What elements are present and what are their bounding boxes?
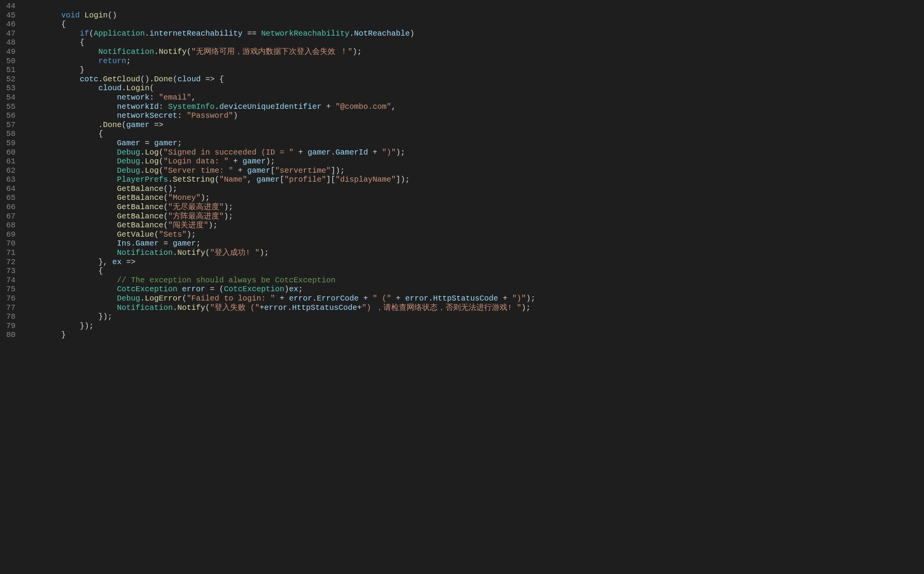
line-number[interactable]: 71 — [0, 248, 15, 258]
line-number[interactable]: 80 — [0, 330, 15, 340]
code-token — [24, 93, 117, 102]
line-number[interactable]: 44 — [0, 2, 15, 11]
line-number[interactable]: 45 — [0, 11, 15, 20]
line-number[interactable]: 59 — [0, 139, 15, 148]
code-line[interactable]: void Login() — [24, 11, 924, 20]
code-token — [24, 285, 117, 294]
line-number[interactable]: 73 — [0, 266, 15, 276]
code-token: . — [312, 294, 317, 303]
code-line[interactable]: GetValue("Sets"); — [24, 230, 924, 239]
line-number-gutter[interactable]: 4445464748495051525354555657585960616263… — [0, 0, 22, 574]
code-token: ( — [154, 230, 159, 239]
code-line[interactable]: Debug.LogError("Failed to login: " + err… — [24, 294, 924, 303]
line-number[interactable]: 57 — [0, 120, 15, 130]
line-number[interactable]: 61 — [0, 157, 15, 166]
code-token: . — [98, 75, 103, 84]
line-number[interactable]: 58 — [0, 129, 15, 139]
line-number[interactable]: 56 — [0, 111, 15, 120]
code-line[interactable]: networkSecret: "Password") — [24, 111, 924, 120]
code-line[interactable]: GetBalance("闯关进度"); — [24, 221, 924, 230]
code-line[interactable]: }); — [24, 321, 924, 331]
line-number[interactable]: 79 — [0, 321, 15, 331]
line-number[interactable]: 76 — [0, 294, 15, 303]
code-token — [80, 11, 84, 20]
line-number[interactable]: 51 — [0, 65, 15, 75]
code-line[interactable]: .Done(gamer => — [24, 120, 924, 130]
line-number[interactable]: 46 — [0, 20, 15, 29]
code-token: . — [140, 148, 145, 157]
code-token: ); — [259, 248, 269, 257]
line-number[interactable]: 65 — [0, 193, 15, 203]
code-line[interactable]: { — [24, 129, 924, 139]
line-number[interactable]: 68 — [0, 221, 15, 230]
line-number[interactable]: 55 — [0, 102, 15, 112]
code-line[interactable]: Notification.Notify("无网络可用，游戏内数据下次登入会失效 … — [24, 47, 924, 57]
line-number[interactable]: 50 — [0, 57, 15, 66]
line-number[interactable]: 69 — [0, 230, 15, 239]
code-line[interactable]: GetBalance("无尽最高进度"); — [24, 203, 924, 212]
code-token: ; — [126, 57, 131, 65]
code-line[interactable]: }, ex => — [24, 258, 924, 267]
line-number[interactable]: 66 — [0, 203, 15, 212]
code-line[interactable]: Debug.Log("Login data: " + gamer); — [24, 157, 924, 166]
line-number[interactable]: 74 — [0, 276, 15, 285]
code-line[interactable]: { — [24, 266, 924, 276]
code-token: : — [177, 111, 187, 120]
line-number[interactable]: 63 — [0, 175, 15, 184]
line-number[interactable]: 67 — [0, 212, 15, 221]
code-line[interactable]: } — [24, 330, 924, 340]
code-line[interactable]: GetBalance("Money"); — [24, 193, 924, 203]
code-line[interactable]: PlayerPrefs.SetString("Name", gamer["pro… — [24, 175, 924, 184]
code-line[interactable]: } — [24, 65, 924, 75]
code-token: Gamer — [117, 139, 140, 148]
code-line[interactable]: { — [24, 38, 924, 47]
code-token: Notify — [159, 47, 187, 56]
code-line[interactable]: Gamer = gamer; — [24, 139, 924, 148]
code-line[interactable]: Notification.Notify("登入失败 ("+error.HttpS… — [24, 303, 924, 313]
line-number[interactable]: 78 — [0, 312, 15, 321]
code-token: deviceUniqueIdentifier — [219, 102, 321, 111]
code-token: Gamer — [136, 239, 159, 248]
code-token: Debug — [117, 157, 140, 166]
line-number[interactable]: 54 — [0, 93, 15, 102]
code-line[interactable]: network: "email", — [24, 93, 924, 102]
code-line[interactable]: // The exception should always be CotcEx… — [24, 276, 924, 285]
code-line[interactable]: Notification.Notify("登入成功! "); — [24, 248, 924, 258]
code-token: if — [80, 29, 89, 38]
code-token — [24, 75, 80, 84]
code-token — [24, 139, 117, 148]
line-number[interactable]: 77 — [0, 303, 15, 313]
line-number[interactable]: 47 — [0, 29, 15, 38]
code-line[interactable]: Ins.Gamer = gamer; — [24, 239, 924, 248]
line-number[interactable]: 72 — [0, 258, 15, 267]
code-line[interactable]: return; — [24, 57, 924, 66]
line-number[interactable]: 62 — [0, 166, 15, 175]
code-line[interactable]: }); — [24, 312, 924, 321]
code-line[interactable]: Debug.Log("Server time: " + gamer["serve… — [24, 166, 924, 175]
code-line[interactable]: GetBalance(); — [24, 184, 924, 194]
code-line[interactable]: { — [24, 20, 924, 29]
code-token: GetBalance — [117, 193, 163, 202]
line-number[interactable]: 64 — [0, 184, 15, 194]
line-number[interactable]: 52 — [0, 75, 15, 84]
code-token: ); — [396, 148, 405, 157]
code-token: Done — [154, 75, 173, 84]
code-line[interactable] — [24, 2, 924, 11]
line-number[interactable]: 53 — [0, 84, 15, 93]
code-line[interactable]: CotcException error = (CotcException)ex; — [24, 285, 924, 294]
code-line[interactable]: if(Application.internetReachability == N… — [24, 29, 924, 38]
code-token: { — [24, 266, 103, 275]
code-line[interactable]: networkId: SystemInfo.deviceUniqueIdenti… — [24, 102, 924, 112]
code-token: + — [321, 102, 335, 111]
code-token: ); — [352, 47, 362, 56]
code-line[interactable]: cloud.Login( — [24, 84, 924, 93]
code-line[interactable]: Debug.Log("Signed in succeeded (ID = " +… — [24, 148, 924, 157]
code-line[interactable]: GetBalance("方阵最高进度"); — [24, 212, 924, 221]
code-content-area[interactable]: void Login() { if(Application.internetRe… — [22, 0, 924, 574]
code-line[interactable]: cotc.GetCloud().Done(cloud => { — [24, 75, 924, 84]
line-number[interactable]: 48 — [0, 38, 15, 47]
line-number[interactable]: 70 — [0, 239, 15, 248]
line-number[interactable]: 60 — [0, 148, 15, 157]
line-number[interactable]: 75 — [0, 285, 15, 294]
line-number[interactable]: 49 — [0, 47, 15, 57]
